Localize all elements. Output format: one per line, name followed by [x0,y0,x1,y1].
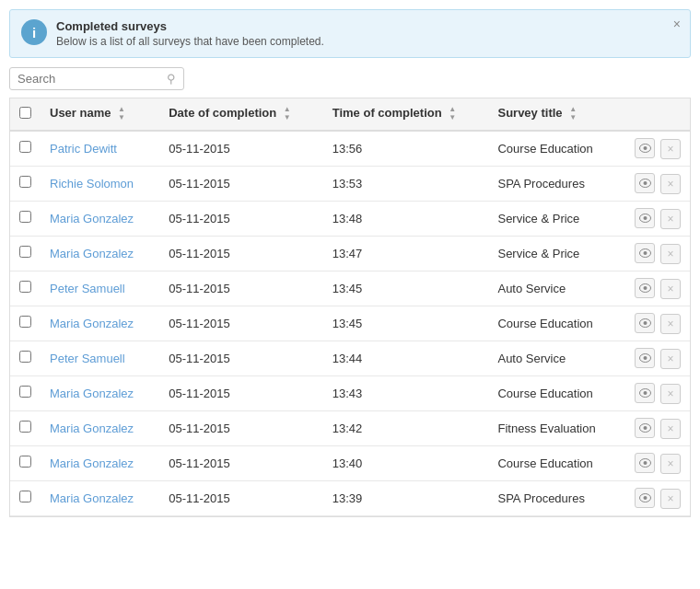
select-all-checkbox[interactable] [19,107,31,119]
sort-survey-icon[interactable]: ▲▼ [569,106,577,122]
user-link-4[interactable]: Peter Samuell [50,282,125,295]
user-link-5[interactable]: Maria Gonzalez [50,317,134,330]
view-button-5[interactable] [635,313,655,333]
row-date: 05-11-2015 [159,201,323,236]
row-checkbox-cell [10,131,41,167]
header-date: Date of completion ▲▼ [159,98,323,131]
user-link-2[interactable]: Maria Gonzalez [50,212,134,225]
view-button-2[interactable] [635,208,655,228]
row-date: 05-11-2015 [159,166,323,201]
banner-text: Completed surveys Below is a list of all… [56,19,324,48]
row-actions: × [624,445,690,480]
delete-button-4[interactable]: × [660,279,681,299]
view-button-1[interactable] [635,173,655,193]
table-row: Maria Gonzalez 05-11-2015 13:47 Service … [10,236,690,271]
row-checkbox-9[interactable] [19,456,31,468]
row-checkbox-cell [10,166,41,201]
row-checkbox-10[interactable] [19,491,31,502]
delete-button-7[interactable]: × [660,384,681,404]
user-link-7[interactable]: Maria Gonzalez [50,387,134,400]
row-time: 13:40 [323,445,489,480]
row-checkbox-cell [10,306,41,341]
row-checkbox-cell [10,271,41,306]
view-button-10[interactable] [635,488,655,508]
row-checkbox-cell [10,341,41,375]
header-survey: Survey title ▲▼ [488,98,624,131]
sort-date-icon[interactable]: ▲▼ [284,106,291,122]
user-link-10[interactable]: Maria Gonzalez [50,491,134,505]
row-survey: Auto Service [488,341,624,375]
user-link-0[interactable]: Patric Dewitt [50,142,117,156]
row-checkbox-cell [10,375,41,410]
row-actions: × [624,236,690,271]
svg-point-13 [643,356,647,360]
row-checkbox-6[interactable] [19,351,31,363]
svg-point-21 [643,496,647,500]
header-actions [624,98,690,131]
sort-time-icon[interactable]: ▲▼ [449,106,456,122]
user-link-6[interactable]: Peter Samuell [50,352,125,365]
sort-username-icon[interactable]: ▲▼ [118,106,125,122]
user-link-1[interactable]: Richie Solomon [50,177,134,191]
delete-button-3[interactable]: × [660,244,681,264]
row-checkbox-0[interactable] [19,141,31,153]
view-button-8[interactable] [635,418,655,438]
delete-button-10[interactable]: × [660,489,681,509]
view-button-4[interactable] [635,278,655,298]
row-checkbox-cell [10,236,41,271]
search-input[interactable] [18,72,163,86]
row-date: 05-11-2015 [159,306,323,341]
row-actions: × [624,201,690,236]
table-row: Maria Gonzalez 05-11-2015 13:42 Fitness … [10,410,690,445]
row-checkbox-2[interactable] [19,211,31,223]
view-button-7[interactable] [635,383,655,403]
row-checkbox-5[interactable] [19,316,31,328]
delete-button-5[interactable]: × [660,314,681,334]
delete-button-8[interactable]: × [660,419,681,439]
row-username: Peter Samuell [41,341,159,375]
view-button-0[interactable] [635,138,655,158]
row-time: 13:45 [323,271,489,306]
row-date: 05-11-2015 [159,375,323,410]
delete-button-9[interactable]: × [660,454,681,474]
row-checkbox-1[interactable] [19,176,31,188]
svg-point-3 [643,181,647,185]
search-wrapper: ⚲ [9,67,184,90]
delete-button-6[interactable]: × [660,349,681,369]
row-username: Maria Gonzalez [41,410,159,445]
row-date: 05-11-2015 [159,236,323,271]
svg-point-7 [643,251,647,255]
close-banner-button[interactable]: × [673,17,681,30]
row-actions: × [624,271,690,306]
delete-button-1[interactable]: × [660,174,681,194]
svg-point-17 [643,426,647,430]
info-banner: i Completed surveys Below is a list of a… [9,9,691,58]
row-actions: × [624,306,690,341]
row-username: Maria Gonzalez [41,375,159,410]
table-header-row: User name ▲▼ Date of completion ▲▼ Time … [10,98,690,131]
user-link-3[interactable]: Maria Gonzalez [50,247,134,260]
view-button-6[interactable] [635,348,655,368]
user-link-9[interactable]: Maria Gonzalez [50,456,134,470]
delete-button-2[interactable]: × [660,209,681,229]
row-checkbox-3[interactable] [19,246,31,258]
row-username: Maria Gonzalez [41,306,159,341]
user-link-8[interactable]: Maria Gonzalez [50,422,134,435]
row-actions: × [624,131,690,167]
row-survey: Course Education [488,306,624,341]
row-checkbox-cell [10,201,41,236]
row-survey: SPA Procedures [488,480,624,515]
view-button-9[interactable] [635,453,655,473]
view-button-3[interactable] [635,243,655,263]
svg-point-15 [643,391,647,395]
row-username: Maria Gonzalez [41,480,159,515]
row-checkbox-8[interactable] [19,421,31,433]
banner-title: Completed surveys [56,19,324,33]
delete-button-0[interactable]: × [660,139,681,159]
row-checkbox-7[interactable] [19,386,31,398]
svg-point-19 [643,461,647,465]
row-checkbox-4[interactable] [19,281,31,293]
table-row: Maria Gonzalez 05-11-2015 13:43 Course E… [10,375,690,410]
search-icon: ⚲ [167,72,176,86]
row-username: Maria Gonzalez [41,201,159,236]
